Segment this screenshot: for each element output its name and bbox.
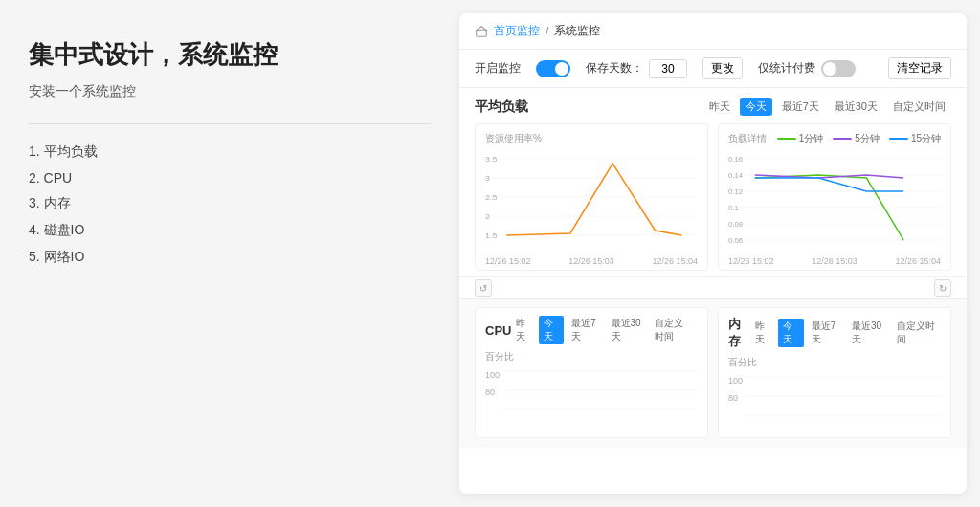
left-chart-label: 资源使用率% (485, 132, 698, 145)
tab-30days[interactable]: 最近30天 (829, 98, 883, 116)
scroll-right-btn[interactable]: ↻ (934, 279, 951, 297)
x-label-0: 12/26 15:02 (485, 256, 531, 266)
right-panel: 首页监控 / 系统监控 开启监控 保存天数： 更改 仅统计付费 清空记录 平均负… (459, 13, 967, 494)
right-chart-x-labels: 12/26 15:02 12/26 15:03 12/26 15:04 (728, 256, 941, 266)
legend-dot-15min (889, 138, 908, 140)
billing-toggle-group: 仅统计付费 (758, 60, 856, 77)
monitor-label: 开启监控 (475, 60, 521, 77)
list-item: 2. CPU (29, 170, 431, 186)
mem-tab-7days[interactable]: 最近7天 (807, 319, 844, 347)
load-detail-chart: 负载详情 1分钟 5分钟 (718, 123, 951, 271)
avg-load-section: 平均负载 昨天 今天 最近7天 最近30天 自定义时间 资源使用率% (459, 88, 967, 276)
svg-text:3: 3 (485, 173, 490, 182)
legend-dot-1min (777, 138, 796, 140)
memory-header: 内存 昨天 今天 最近7天 最近30天 自定义时间 (728, 316, 941, 350)
legend-label-1min: 1分钟 (799, 132, 824, 145)
tab-custom[interactable]: 自定义时间 (887, 98, 951, 116)
left-panel: 集中式设计，系统监控 安装一个系统监控 1. 平均负载 2. CPU 3. 内存… (0, 0, 459, 507)
feature-list: 1. 平均负载 2. CPU 3. 内存 4. 磁盘IO 5. 网络IO (29, 143, 431, 266)
time-tabs: 昨天 今天 最近7天 最近30天 自定义时间 (703, 98, 951, 116)
chart-legend: 1分钟 5分钟 15分钟 (777, 132, 941, 145)
legend-label-5min: 5分钟 (855, 132, 880, 145)
save-label: 保存天数： (586, 60, 643, 77)
mem-tab-today[interactable]: 今天 (778, 319, 803, 347)
scroll-row: ↺ ↻ (459, 276, 967, 298)
legend-5min: 5分钟 (833, 132, 880, 145)
control-bar: 开启监控 保存天数： 更改 仅统计付费 清空记录 (459, 50, 967, 88)
svg-rect-0 (477, 30, 487, 36)
billing-toggle[interactable] (821, 60, 856, 77)
cpu-box: CPU 昨天 今天 最近7天 最近30天 自定义时间 百分比 100 80 (475, 307, 708, 438)
svg-text:0.1: 0.1 (728, 204, 739, 212)
mem-tab-custom[interactable]: 自定义时间 (892, 319, 941, 347)
monitor-toggle[interactable] (536, 60, 570, 77)
memory-box: 内存 昨天 今天 最近7天 最近30天 自定义时间 百分比 100 80 (718, 307, 951, 438)
right-chart-label: 负载详情 (728, 132, 767, 145)
divider (29, 123, 431, 124)
change-button[interactable]: 更改 (702, 57, 743, 79)
cpu-title: CPU (485, 323, 511, 338)
list-item: 1. 平均负载 (29, 143, 431, 161)
cpu-time-tabs: 昨天 今天 最近7天 最近30天 自定义时间 (511, 316, 698, 344)
save-days-group: 保存天数： (586, 59, 687, 78)
memory-chart-svg (746, 372, 941, 430)
content-area: 平均负载 昨天 今天 最近7天 最近30天 自定义时间 资源使用率% (459, 88, 967, 494)
save-days-input[interactable] (649, 59, 687, 78)
tab-yesterday[interactable]: 昨天 (703, 98, 736, 116)
page-subtitle: 安装一个系统监控 (29, 83, 431, 100)
section-title: 平均负载 (475, 99, 528, 116)
svg-text:0.16: 0.16 (728, 155, 743, 164)
list-item: 5. 网络IO (29, 249, 431, 266)
cpu-tab-yesterday[interactable]: 昨天 (511, 316, 536, 344)
mem-y-80: 80 (728, 393, 743, 403)
breadcrumb-home[interactable]: 首页监控 (494, 23, 540, 39)
svg-text:0.12: 0.12 (728, 187, 743, 196)
legend-dot-5min (833, 138, 852, 140)
breadcrumb-sep: / (546, 25, 548, 38)
cpu-tab-7days[interactable]: 最近7天 (567, 316, 603, 344)
resource-chart-svg: 3.5 3 2.5 2 1.5 (485, 149, 698, 254)
page-main-title: 集中式设计，系统监控 (29, 38, 431, 72)
home-icon (475, 25, 488, 38)
svg-text:0.14: 0.14 (728, 171, 743, 180)
bottom-section: CPU 昨天 今天 最近7天 最近30天 自定义时间 百分比 100 80 (459, 298, 967, 448)
mem-tab-30days[interactable]: 最近30天 (847, 319, 889, 347)
legend-15min: 15分钟 (889, 132, 941, 145)
svg-text:1.5: 1.5 (485, 231, 498, 239)
legend-1min: 1分钟 (777, 132, 824, 145)
cpu-y-80: 80 (485, 387, 500, 397)
x-label-1: 12/26 15:03 (568, 256, 614, 266)
load-detail-svg: 0.16 0.14 0.12 0.1 0.08 0.06 (728, 149, 941, 254)
mem-tab-yesterday[interactable]: 昨天 (750, 319, 775, 347)
legend-label-15min: 15分钟 (911, 132, 941, 145)
cpu-chart-label: 百分比 (485, 350, 698, 364)
rx-label-0: 12/26 15:02 (728, 256, 774, 266)
cpu-chart-svg (503, 366, 698, 424)
cpu-y-100: 100 (485, 370, 500, 380)
list-item: 3. 内存 (29, 195, 431, 212)
left-chart-x-labels: 12/26 15:02 12/26 15:03 12/26 15:04 (485, 256, 698, 266)
charts-row: 资源使用率% 3.5 3 2.5 2 1.5 (475, 123, 951, 271)
cpu-tab-30days[interactable]: 最近30天 (607, 316, 648, 344)
billing-label: 仅统计付费 (758, 60, 815, 77)
svg-text:0.06: 0.06 (728, 236, 743, 245)
x-label-2: 12/26 15:04 (652, 256, 698, 266)
mem-y-100: 100 (728, 376, 743, 386)
cpu-tab-custom[interactable]: 自定义时间 (650, 316, 698, 344)
tab-7days[interactable]: 最近7天 (776, 98, 825, 116)
list-item: 4. 磁盘IO (29, 222, 431, 239)
resource-chart: 资源使用率% 3.5 3 2.5 2 1.5 (475, 123, 708, 271)
clear-button[interactable]: 清空记录 (888, 57, 951, 79)
tab-today[interactable]: 今天 (740, 98, 772, 116)
section-header: 平均负载 昨天 今天 最近7天 最近30天 自定义时间 (475, 98, 951, 116)
memory-chart-label: 百分比 (728, 356, 941, 369)
svg-text:3.5: 3.5 (485, 154, 498, 163)
breadcrumb: 首页监控 / 系统监控 (459, 13, 967, 50)
svg-text:2: 2 (485, 211, 490, 220)
cpu-header: CPU 昨天 今天 最近7天 最近30天 自定义时间 (485, 316, 698, 344)
breadcrumb-current: 系统监控 (554, 23, 600, 39)
rx-label-1: 12/26 15:03 (812, 256, 858, 266)
scroll-left-btn[interactable]: ↺ (475, 279, 492, 297)
svg-text:2.5: 2.5 (485, 192, 498, 201)
cpu-tab-today[interactable]: 今天 (539, 316, 564, 344)
